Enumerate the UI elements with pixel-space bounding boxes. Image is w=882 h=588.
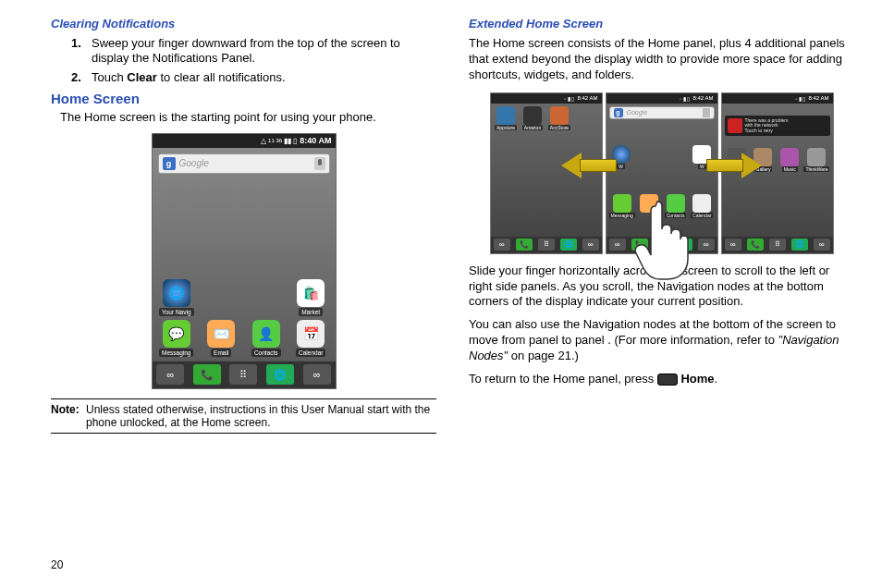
app-market[interactable]: 🛍️ Market: [292, 279, 330, 316]
small-phone-middle: ◦ ▮ ▯8:42 AM gGoogle W W Messaging Conta…: [606, 92, 718, 254]
nav-phone-icon[interactable]: 📞: [193, 364, 221, 385]
home-screen-heading: Home Screen: [51, 91, 436, 106]
right-column: Extended Home Screen The Home screen con…: [469, 17, 854, 534]
home-screen-intro: The Home screen is the starting point fo…: [60, 110, 436, 126]
google-icon: g: [163, 157, 176, 170]
phone-mockup-large: △ 11 36 ▮▮ ▯ 8:40 AM g Google 🌐 Your Nav…: [152, 133, 337, 389]
app-messaging[interactable]: 💬 Messaging: [158, 320, 196, 357]
ext-paragraph-2: Slide your finger horizontally across th…: [469, 263, 854, 311]
notification-error: There was a problemwith the networkTouch…: [725, 116, 830, 137]
status-bar: △ 11 36 ▮▮ ▯ 8:40 AM: [153, 134, 336, 148]
nav-bar: ∞ 📞 ⠿ 🌐 ∞: [153, 361, 336, 388]
extended-home-illustration: ◦ ▮ ▯8:42 AM Appstore Amazon AccStore ∞📞…: [469, 92, 854, 254]
left-column: Clearing Notifications 1. Sweep your fin…: [51, 17, 436, 534]
app-calendar[interactable]: 📅 Calendar: [292, 320, 330, 357]
clearing-notifications-heading: Clearing Notifications: [51, 17, 436, 31]
steps-list: 1. Sweep your finger downward from the t…: [51, 36, 436, 85]
ext-paragraph-1: The Home screen consists of the Home pan…: [469, 36, 854, 83]
app-email[interactable]: ✉️ Email: [202, 320, 240, 357]
nav-apps-icon[interactable]: ⠿: [229, 364, 257, 385]
mic-icon[interactable]: [314, 157, 325, 170]
status-icons-small: ◦ ▮ ▯: [564, 95, 574, 102]
app-your-navig[interactable]: 🌐 Your Navig: [158, 279, 196, 316]
home-button-icon: [657, 374, 678, 386]
youtube-icon: [728, 118, 742, 133]
arrow-right-icon: [706, 153, 762, 178]
search-bar[interactable]: g Google: [158, 153, 330, 174]
nav-link-icon[interactable]: ∞: [156, 364, 184, 385]
step-1: 1. Sweep your finger downward from the t…: [71, 36, 436, 67]
ext-paragraph-4: To return to the Home panel, press Home.: [469, 372, 854, 387]
status-time: 8:40 AM: [300, 136, 331, 145]
note-block: Note: Unless stated otherwise, instructi…: [51, 398, 436, 435]
arrow-left-icon: [561, 153, 617, 178]
extended-home-heading: Extended Home Screen: [469, 17, 854, 31]
nav-link2-icon[interactable]: ∞: [303, 364, 331, 385]
app-contacts[interactable]: 👤 Contacts: [248, 320, 286, 357]
search-placeholder: Google: [179, 158, 311, 168]
ext-paragraph-3: You can also use the Navigation nodes at…: [469, 317, 854, 364]
page-number: 20: [51, 558, 63, 571]
status-icons: △ 11 36 ▮▮ ▯: [261, 137, 297, 145]
nav-browser-icon[interactable]: 🌐: [266, 364, 294, 385]
step-2: 2. Touch Clear to clear all notification…: [71, 70, 436, 85]
